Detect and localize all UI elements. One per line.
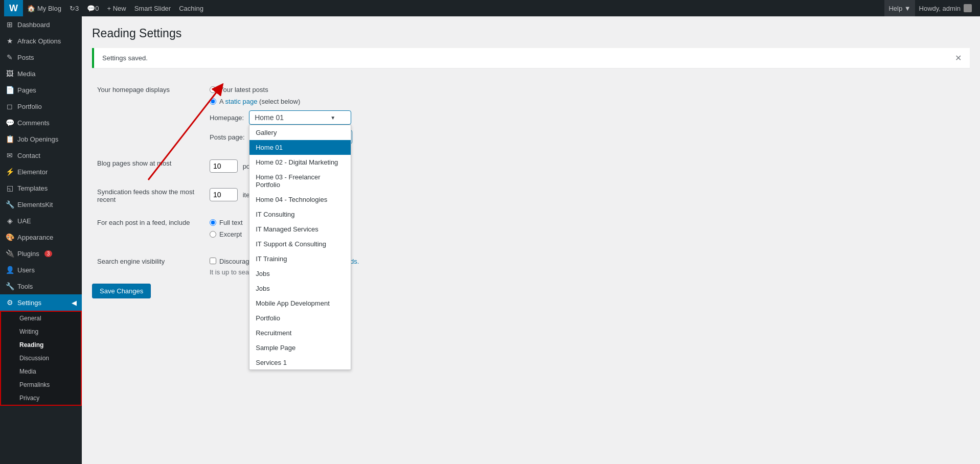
homepage-displays-options: Your latest posts A static page (select … [204,78,970,152]
sidebar-item-settings[interactable]: ⚙ Settings ◀ [0,294,82,311]
sidebar-item-templates[interactable]: ◱ Templates [0,180,82,196]
settings-icon: ⚙ [5,298,14,307]
appearance-icon: 🎨 [5,233,14,241]
portfolio-icon: ◻ [5,102,14,110]
full-text-radio[interactable] [210,219,216,226]
plugins-badge: 3 [44,250,53,257]
adminbar-new[interactable]: + New [103,0,130,16]
excerpt-radio[interactable] [210,231,216,238]
homepage-dropdown-display[interactable]: Home 01 ▼ [249,110,351,125]
homepage-displays-label: Your homepage displays [92,78,204,152]
notice-text: Settings saved. [102,54,148,62]
submenu-permalinks[interactable]: Permalinks [1,378,81,391]
homepage-dropdown-list[interactable]: Gallery Home 01 Home 02 - Digital Market… [249,125,351,370]
afrack-icon: ★ [5,37,14,45]
wp-wrap: ⊞ Dashboard ★ Afrack Options ✎ Posts 🖼 M… [0,0,980,464]
latest-posts-option: Your latest posts [210,86,965,94]
dropdown-option-it-consulting[interactable]: IT Consulting [249,207,351,222]
sidebar-item-appearance[interactable]: 🎨 Appearance [0,229,82,245]
sidebar-item-job-openings[interactable]: 📋 Job Openings [0,131,82,147]
dropdown-option-jobs2[interactable]: Jobs [249,281,351,296]
search-engine-label: Search engine visibility [92,250,204,284]
dropdown-option-jobs1[interactable]: Jobs [249,266,351,281]
dropdown-option-it-managed[interactable]: IT Managed Services [249,222,351,237]
static-page-label: A static page (select below) [219,98,300,105]
media-icon: 🖼 [5,69,14,78]
adminbar-howdy: Howdy, admin [915,4,976,12]
admin-sidebar: ⊞ Dashboard ★ Afrack Options ✎ Posts 🖼 M… [0,16,82,464]
sidebar-item-afrack[interactable]: ★ Afrack Options [0,33,82,49]
sidebar-item-media[interactable]: 🖼 Media [0,65,82,82]
submenu-reading[interactable]: Reading [1,338,81,352]
tools-icon: 🔧 [5,282,14,290]
notice-dismiss-button[interactable]: ✕ [955,53,962,63]
dropdown-option-mobile-app[interactable]: Mobile App Development [249,296,351,311]
submenu-general[interactable]: General [1,312,81,325]
sidebar-item-contact[interactable]: ✉ Contact [0,147,82,164]
sidebar-item-plugins[interactable]: 🔌 Plugins 3 [0,245,82,262]
blog-pages-label: Blog pages show at most [92,152,204,180]
search-engine-checkbox[interactable] [210,258,216,264]
syndication-row: Syndication feeds show the most recent i… [92,180,970,211]
syndication-input[interactable] [210,188,238,201]
dropdown-option-home01[interactable]: Home 01 [249,140,351,155]
search-engine-checkbox-label: Discourage [219,258,253,265]
sidebar-item-portfolio[interactable]: ◻ Portfolio [0,98,82,114]
sidebar-item-elementor[interactable]: ⚡ Elementor [0,164,82,180]
sidebar-item-elementskit[interactable]: 🔧 ElementsKit [0,196,82,213]
homepage-dropdown-container: Home 01 ▼ Gallery Home 01 Home 02 - [249,110,351,125]
contact-icon: ✉ [5,151,14,159]
dropdown-option-sample[interactable]: Sample Page [249,340,351,355]
dashboard-icon: ⊞ [5,20,14,29]
adminbar-caching[interactable]: Caching [175,0,208,16]
reading-settings-form: Your homepage displays Your latest posts… [92,78,970,298]
submenu-media[interactable]: Media [1,365,81,378]
adminbar-right: Help ▼ Howdy, admin [884,0,976,16]
submenu-discussion[interactable]: Discussion [1,352,81,365]
sidebar-item-users[interactable]: 👤 Users [0,262,82,278]
adminbar-site-name[interactable]: 🏠 My Blog [23,0,65,16]
dropdown-option-portfolio[interactable]: Portfolio [249,311,351,326]
dropdown-option-home02[interactable]: Home 02 - Digital Marketing [249,155,351,170]
dropdown-option-home03[interactable]: Home 03 - Freelancer Portfolio [249,170,351,192]
page-title: Reading Settings [92,27,970,40]
adminbar-comments[interactable]: 💬 0 [83,0,103,16]
submenu-writing[interactable]: Writing [1,325,81,338]
save-changes-button[interactable]: Save Changes [92,284,151,298]
submenu-privacy[interactable]: Privacy [1,391,81,405]
sidebar-item-dashboard[interactable]: ⊞ Dashboard [0,16,82,33]
dropdown-option-it-training[interactable]: IT Training [249,251,351,266]
plugins-icon: 🔌 [5,249,14,258]
admin-bar: W 🏠 My Blog ↻ 3 💬 0 + New Smart Slider C… [0,0,980,16]
latest-posts-radio[interactable] [210,86,216,93]
dropdown-option-services1[interactable]: Services 1 [249,355,351,370]
dropdown-option-home04[interactable]: Home 04 - Technologies [249,192,351,207]
homepage-select-row: Homepage: Home 01 ▼ [210,110,965,125]
comments-icon: 💬 [5,119,14,127]
excerpt-label: Excerpt [219,230,242,238]
dropdown-option-recruitment[interactable]: Recruitment [249,326,351,340]
blog-pages-input[interactable] [210,159,238,173]
sidebar-item-posts[interactable]: ✎ Posts [0,49,82,65]
admin-avatar [964,4,972,12]
wp-logo[interactable]: W [4,0,23,16]
homepage-displays-row: Your homepage displays Your latest posts… [92,78,970,152]
sidebar-item-tools[interactable]: 🔧 Tools [0,278,82,294]
adminbar-smart-slider[interactable]: Smart Slider [130,0,175,16]
job-icon: 📋 [5,135,14,143]
uae-icon: ◈ [5,217,14,225]
static-page-link[interactable]: static page [225,98,258,105]
sidebar-item-comments[interactable]: 💬 Comments [0,114,82,131]
dropdown-option-it-support[interactable]: IT Support & Consulting [249,237,351,251]
adminbar-update-count[interactable]: ↻ 3 [65,0,83,16]
adminbar-help[interactable]: Help ▼ [884,0,915,16]
sidebar-item-pages[interactable]: 📄 Pages [0,82,82,98]
dropdown-option-gallery[interactable]: Gallery [249,125,351,140]
search-engine-row: Search engine visibility Discourage brow… [92,250,970,284]
static-page-radio[interactable] [210,98,216,105]
submit-row: Save Changes [92,284,970,298]
sidebar-item-uae[interactable]: ◈ UAE [0,213,82,229]
settings-table: Your homepage displays Your latest posts… [92,78,970,284]
homepage-select-label: Homepage: [210,114,244,122]
settings-wrap: Reading Settings Settings saved. ✕ Your … [92,27,970,298]
